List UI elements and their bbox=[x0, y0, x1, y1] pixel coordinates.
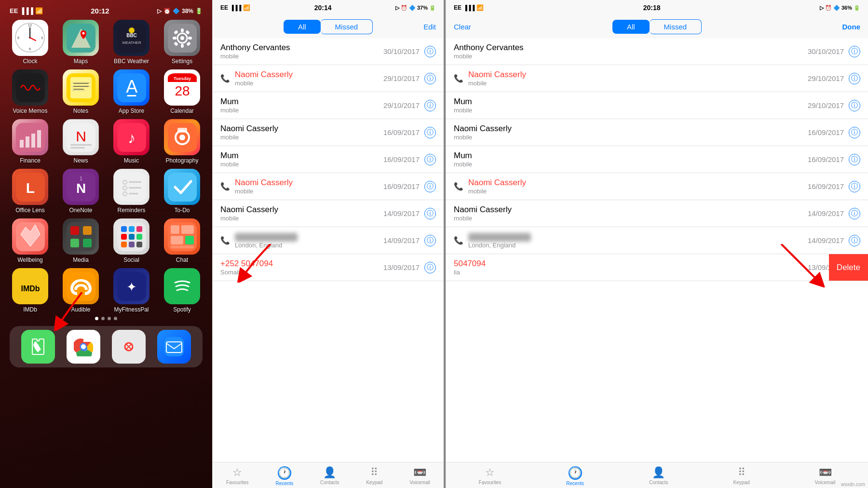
info-button[interactable]: ⓘ bbox=[424, 46, 436, 57]
dock-castaway-icon[interactable] bbox=[112, 330, 146, 364]
voicememos-icon[interactable] bbox=[12, 69, 48, 106]
bbcweather-icon[interactable]: BBC WEATHER bbox=[113, 20, 149, 56]
app-music[interactable]: ♪ Music bbox=[108, 119, 154, 164]
tab-all-phone2[interactable]: All bbox=[284, 20, 321, 34]
onenote-icon[interactable]: N 1 bbox=[63, 169, 99, 205]
app-audible[interactable]: Audible bbox=[58, 268, 104, 313]
social-icon[interactable] bbox=[113, 218, 149, 255]
svg-text:A̲: A̲ bbox=[125, 77, 137, 96]
todo-icon[interactable] bbox=[164, 169, 200, 205]
clock-icon[interactable]: 12 3 6 9 bbox=[12, 20, 48, 56]
nav-favourites-p3[interactable]: ☆ Favourites bbox=[479, 466, 502, 486]
audible-icon[interactable] bbox=[63, 268, 99, 304]
dock-phone-icon[interactable] bbox=[21, 330, 55, 364]
news-icon[interactable]: N bbox=[63, 119, 99, 155]
reminders-icon[interactable] bbox=[113, 169, 149, 205]
app-bbcweather[interactable]: BBC WEATHER BBC Weather bbox=[108, 20, 154, 65]
app-media[interactable]: Media bbox=[58, 218, 104, 263]
phone3-screen: EE ▐▐▐ 📶 20:18 ▷ ⏰ 🔷 36% 🔋 Clear All Mis… bbox=[446, 0, 868, 488]
app-calendar[interactable]: Tuesday 28 Calendar bbox=[159, 69, 205, 114]
info-button[interactable]: ⓘ bbox=[849, 127, 860, 138]
app-wellbeing[interactable]: Wellbeing bbox=[7, 218, 53, 263]
info-button[interactable]: ⓘ bbox=[424, 208, 436, 219]
tab-clear-phone3[interactable]: Clear bbox=[454, 23, 471, 31]
tab-missed-phone2[interactable]: Missed bbox=[321, 19, 373, 34]
nav-recents-p3[interactable]: 🕐 Recents bbox=[566, 466, 584, 486]
info-button-blurred[interactable]: ⓘ bbox=[424, 235, 436, 246]
nav-keypad-p3[interactable]: ⠿ Keypad bbox=[733, 466, 750, 486]
call-item: Naomi Casserly mobile 16/09/2017 ⓘ bbox=[213, 119, 444, 146]
app-imdb[interactable]: IMDb IMDb bbox=[7, 268, 53, 313]
info-button[interactable]: ⓘ bbox=[424, 127, 436, 138]
info-button[interactable]: ⓘ bbox=[424, 181, 436, 192]
calendar-icon[interactable]: Tuesday 28 bbox=[164, 69, 200, 106]
svg-text:12: 12 bbox=[28, 24, 32, 27]
officelens-icon[interactable]: L bbox=[12, 169, 48, 205]
photography-icon[interactable] bbox=[164, 119, 200, 155]
call-info: Mum mobile bbox=[220, 97, 383, 114]
info-button[interactable]: ⓘ bbox=[424, 154, 436, 165]
nav-voicemail-p3[interactable]: 📼 Voicemail bbox=[815, 466, 836, 486]
nav-voicemail-p2[interactable]: 📼 Voicemail bbox=[409, 466, 430, 486]
app-maps[interactable]: Maps bbox=[58, 20, 104, 65]
dock-chrome-icon[interactable] bbox=[67, 330, 100, 364]
info-button[interactable]: ⓘ bbox=[849, 100, 860, 111]
appstore-icon[interactable]: A̲ bbox=[113, 69, 149, 106]
info-button-somalia[interactable]: ⓘ bbox=[424, 262, 436, 273]
p2-bt: 🔷 bbox=[409, 5, 416, 11]
nav-contacts-p2[interactable]: 👤 Contacts bbox=[320, 466, 339, 486]
tab-edit-phone2[interactable]: Edit bbox=[423, 23, 436, 31]
app-spotify[interactable]: Spotify bbox=[159, 268, 205, 313]
info-button[interactable]: ⓘ bbox=[849, 73, 860, 84]
media-icon[interactable] bbox=[63, 218, 99, 255]
tab-done-phone3[interactable]: Done bbox=[842, 23, 861, 31]
notes-icon[interactable] bbox=[63, 69, 99, 106]
app-photography[interactable]: Photography bbox=[159, 119, 205, 164]
info-button-blurred-p3[interactable]: ⓘ bbox=[849, 235, 860, 246]
info-button[interactable]: ⓘ bbox=[849, 154, 860, 165]
app-onenote[interactable]: N 1 OneNote bbox=[58, 169, 104, 214]
call-info: Mum mobile bbox=[220, 151, 383, 168]
call-name: Anthony Cervantes bbox=[220, 43, 383, 53]
music-icon[interactable]: ♪ bbox=[113, 119, 149, 155]
app-clock[interactable]: 12 3 6 9 Clock bbox=[7, 20, 53, 65]
nav-contacts-p3[interactable]: 👤 Contacts bbox=[649, 466, 668, 486]
app-notes[interactable]: Notes bbox=[58, 69, 104, 114]
app-todo[interactable]: To-Do bbox=[159, 169, 205, 214]
tab-all-phone3[interactable]: All bbox=[612, 20, 650, 34]
app-social[interactable]: Social bbox=[108, 218, 154, 263]
battery-text: 38% bbox=[182, 8, 193, 14]
app-news[interactable]: N News bbox=[58, 119, 104, 164]
call-info: Anthony Cervantes mobile bbox=[220, 43, 383, 60]
chat-icon[interactable] bbox=[164, 218, 200, 255]
info-button[interactable]: ⓘ bbox=[849, 181, 860, 192]
app-finance[interactable]: Finance bbox=[7, 119, 53, 164]
nav-favourites-p2[interactable]: ☆ Favourites bbox=[226, 466, 249, 486]
svg-rect-76 bbox=[83, 239, 92, 247]
app-officelens[interactable]: L Office Lens bbox=[7, 169, 53, 214]
app-settings[interactable]: Settings bbox=[159, 20, 205, 65]
maps-icon[interactable] bbox=[63, 20, 99, 56]
myfitnesspal-icon[interactable]: ✦ bbox=[113, 268, 149, 304]
spotify-icon[interactable] bbox=[164, 268, 200, 304]
imdb-icon[interactable]: IMDb bbox=[12, 268, 48, 304]
delete-button[interactable]: Delete bbox=[829, 254, 868, 281]
nav-keypad-p2[interactable]: ⠿ Keypad bbox=[366, 466, 382, 486]
info-button[interactable]: ⓘ bbox=[849, 208, 860, 219]
dock-mail-icon[interactable] bbox=[157, 330, 191, 364]
app-voicememos[interactable]: Voice Memos bbox=[7, 69, 53, 114]
tab-missed-phone3[interactable]: Missed bbox=[650, 19, 702, 34]
wellbeing-icon[interactable] bbox=[12, 218, 48, 255]
settings-icon[interactable] bbox=[164, 20, 200, 56]
info-button[interactable]: ⓘ bbox=[424, 73, 436, 84]
info-button[interactable]: ⓘ bbox=[849, 46, 860, 57]
finance-icon[interactable] bbox=[12, 119, 48, 155]
app-reminders[interactable]: Reminders bbox=[108, 169, 154, 214]
app-chat[interactable]: Chat bbox=[159, 218, 205, 263]
nav-recents-p2[interactable]: 🕐 Recents bbox=[276, 466, 294, 486]
info-button[interactable]: ⓘ bbox=[424, 100, 436, 111]
app-appstore[interactable]: A̲ App Store bbox=[108, 69, 154, 114]
app-myfitnesspal[interactable]: ✦ MyFitnessPal bbox=[108, 268, 154, 313]
phone2-tabs: All Missed Edit bbox=[213, 15, 444, 38]
svg-text:6: 6 bbox=[29, 47, 31, 51]
